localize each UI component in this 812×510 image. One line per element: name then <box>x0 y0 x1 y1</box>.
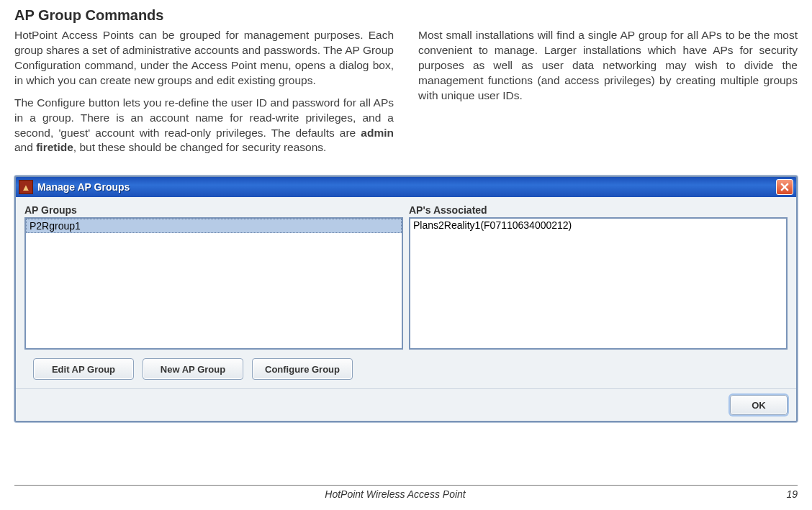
section-heading: AP Group Commands <box>14 7 798 24</box>
ok-button[interactable]: OK <box>730 395 788 415</box>
dialog-titlebar[interactable]: ▲ Manage AP Groups <box>16 177 796 197</box>
default-admin: admin <box>361 127 394 139</box>
ap-groups-listbox[interactable]: P2Rgroup1 <box>24 217 403 350</box>
configure-group-button[interactable]: Configure Group <box>252 358 353 380</box>
paragraph-2: The Configure button lets you re-define … <box>14 96 394 156</box>
edit-ap-group-button[interactable]: Edit AP Group <box>33 358 134 380</box>
p2-text-a: The Configure button lets you re-define … <box>14 96 394 139</box>
aps-associated-listbox[interactable]: Plans2Reality1(F07110634000212) <box>409 217 788 350</box>
right-column: Most small installations will find a sin… <box>418 28 798 163</box>
list-item[interactable]: Plans2Reality1(F07110634000212) <box>410 219 786 232</box>
aps-associated-label: AP's Associated <box>409 204 788 216</box>
paragraph-3: Most small installations will find a sin… <box>418 28 798 104</box>
dialog-title: Manage AP Groups <box>37 181 776 193</box>
app-icon: ▲ <box>19 180 33 194</box>
new-ap-group-button[interactable]: New AP Group <box>143 358 243 380</box>
paragraph-1: HotPoint Access Points can be grouped fo… <box>14 28 394 88</box>
default-firetide: firetide <box>36 141 73 153</box>
list-item[interactable]: P2Rgroup1 <box>26 219 402 233</box>
ap-groups-label: AP Groups <box>24 204 403 216</box>
page-footer: HotPoint Wireless Access Point 19 <box>14 485 798 500</box>
close-button[interactable] <box>776 179 793 195</box>
p2-text-c: and <box>14 141 36 153</box>
left-column: HotPoint Access Points can be grouped fo… <box>14 28 394 163</box>
close-icon <box>780 183 789 191</box>
footer-title: HotPoint Wireless Access Point <box>14 488 776 500</box>
p2-text-e: , but these should be changed for securi… <box>73 141 327 153</box>
manage-ap-groups-dialog: ▲ Manage AP Groups AP Groups P2Rgroup1 <box>14 176 798 422</box>
page-number: 19 <box>776 488 798 500</box>
